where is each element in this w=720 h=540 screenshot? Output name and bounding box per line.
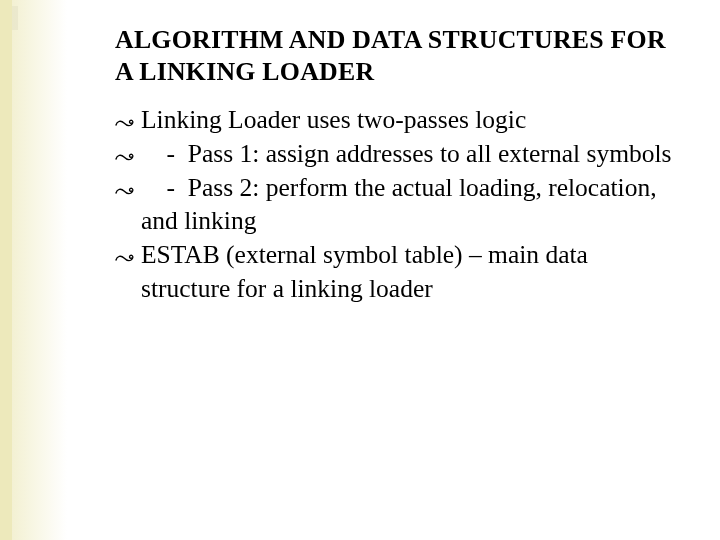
- swirl-bullet-icon: [115, 253, 135, 265]
- swirl-bullet-icon: [115, 186, 135, 198]
- bullet-item: - Pass 1: assign addresses to all extern…: [115, 137, 680, 171]
- swirl-bullet-icon: [115, 118, 135, 130]
- bullet-list: Linking Loader uses two-passes logic - P…: [115, 103, 680, 305]
- bullet-text: - Pass 2: perform the actual loading, re…: [141, 173, 657, 236]
- slide-content: ALGORITHM AND DATA STRUCTURES FOR A LINK…: [115, 24, 680, 305]
- swirl-bullet-icon: [115, 152, 135, 164]
- bullet-text: Linking Loader uses two-passes logic: [141, 105, 526, 134]
- bullet-text: - Pass 1: assign addresses to all extern…: [141, 139, 671, 168]
- bullet-item: ESTAB (external symbol table) – main dat…: [115, 238, 680, 305]
- bullet-text: ESTAB (external symbol table) – main dat…: [141, 240, 588, 303]
- slide: ALGORITHM AND DATA STRUCTURES FOR A LINK…: [0, 0, 720, 540]
- bullet-item: Linking Loader uses two-passes logic: [115, 103, 680, 137]
- slide-title: ALGORITHM AND DATA STRUCTURES FOR A LINK…: [115, 24, 680, 88]
- left-accent-bar: [0, 0, 12, 540]
- bullet-item: - Pass 2: perform the actual loading, re…: [115, 171, 680, 238]
- left-fade-overlay: [12, 0, 67, 540]
